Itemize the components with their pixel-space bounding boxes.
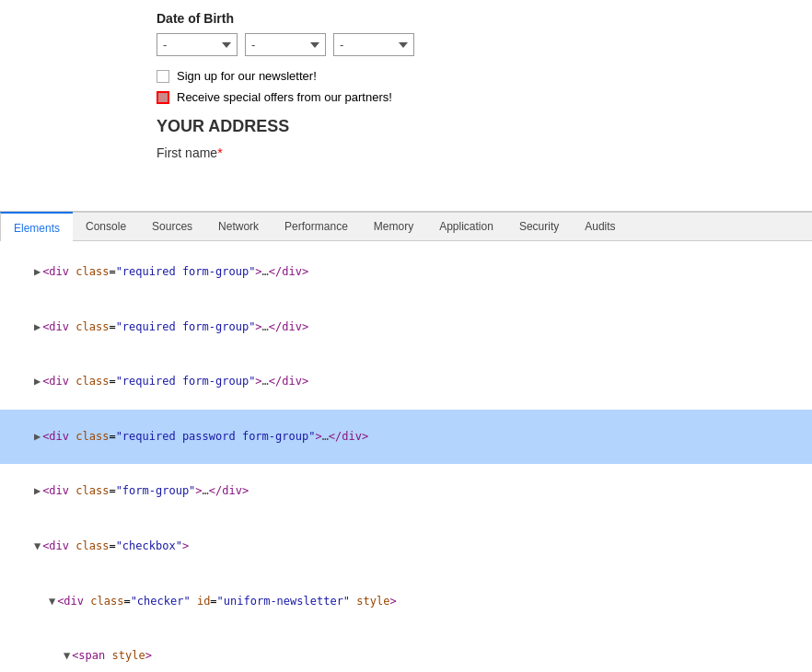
devtools-tabs: Elements Console Sources Network Perform… — [0, 212, 812, 241]
dob-year-arrow — [399, 42, 408, 48]
newsletter-checkbox[interactable] — [157, 70, 169, 83]
required-star: * — [217, 145, 222, 160]
tab-elements[interactable]: Elements — [0, 212, 73, 241]
dom-line[interactable]: ▶<div class="form-group">…</div> — [0, 464, 812, 519]
dob-month-select[interactable]: - — [157, 33, 238, 56]
triangle-icon[interactable]: ▶ — [34, 320, 41, 333]
tab-console[interactable]: Console — [73, 212, 139, 241]
dob-label: Date of Birth — [157, 11, 794, 26]
triangle-icon[interactable]: ▶ — [34, 265, 41, 278]
dom-panel: ▶<div class="required form-group">…</div… — [0, 241, 812, 672]
triangle-icon[interactable]: ▼ — [49, 595, 55, 608]
tab-security[interactable]: Security — [506, 212, 572, 241]
dom-line-checkbox[interactable]: ▼<div class="checkbox"> — [0, 519, 812, 574]
triangle-icon[interactable]: ▶ — [34, 484, 41, 497]
newsletter-label: Sign up for our newsletter! — [177, 69, 317, 83]
tab-application[interactable]: Application — [426, 212, 506, 241]
dob-selects: - - - — [157, 33, 794, 56]
first-name-label: First name* — [157, 145, 794, 160]
tab-memory[interactable]: Memory — [361, 212, 426, 241]
dob-year-select[interactable]: - — [333, 33, 414, 56]
tab-sources[interactable]: Sources — [139, 212, 205, 241]
dob-day-select[interactable]: - — [245, 33, 326, 56]
dob-month-arrow — [222, 42, 231, 48]
triangle-icon[interactable]: ▶ — [34, 430, 41, 443]
dom-line-password[interactable]: ▶<div class="required password form-grou… — [0, 410, 812, 465]
optin-checkbox-row: Receive special offers from our partners… — [157, 90, 794, 104]
triangle-icon[interactable]: ▼ — [64, 649, 70, 662]
dom-line-checker-newsletter[interactable]: ▼<div class="checker" id="uniform-newsle… — [0, 574, 812, 629]
dob-day-arrow — [310, 42, 319, 48]
newsletter-checkbox-row: Sign up for our newsletter! — [157, 69, 794, 83]
dob-month-value: - — [163, 38, 167, 52]
optin-label: Receive special offers from our partners… — [177, 90, 392, 104]
triangle-icon[interactable]: ▼ — [34, 539, 41, 552]
tab-network[interactable]: Network — [205, 212, 272, 241]
dob-day-value: - — [251, 38, 255, 52]
dom-line[interactable]: ▶<div class="required form-group">…</div… — [0, 245, 812, 300]
preview-area: Date of Birth - - - Sign up for our news… — [0, 0, 812, 212]
dom-line[interactable]: ▶<div class="required form-group">…</div… — [0, 354, 812, 410]
dob-year-value: - — [340, 38, 343, 52]
tab-audits[interactable]: Audits — [572, 212, 628, 241]
tab-performance[interactable]: Performance — [272, 212, 361, 241]
optin-checkbox[interactable] — [157, 91, 169, 104]
dom-line-span-style[interactable]: ▼<span style> — [0, 629, 812, 672]
triangle-icon[interactable]: ▶ — [34, 375, 41, 388]
dom-line[interactable]: ▶<div class="required form-group">…</div… — [0, 300, 812, 355]
address-section-title: YOUR ADDRESS — [157, 117, 794, 136]
